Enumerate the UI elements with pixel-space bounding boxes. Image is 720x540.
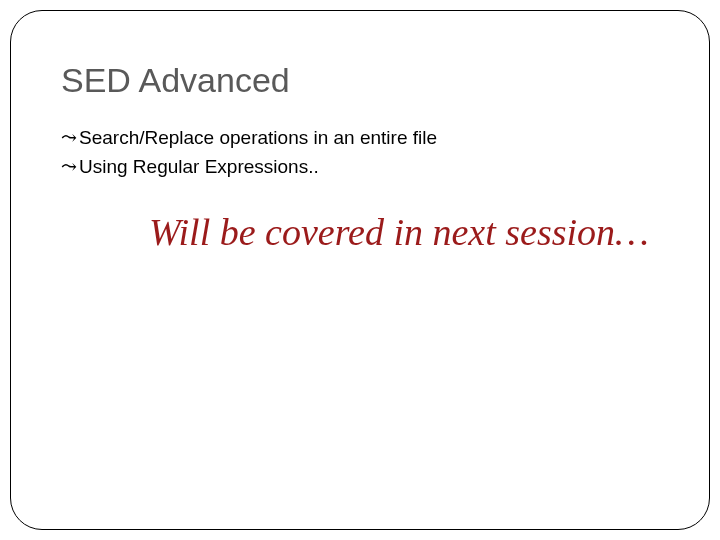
- bullet-list: ⤳ Search/Replace operations in an entire…: [61, 124, 659, 181]
- list-item: ⤳ Using Regular Expressions..: [61, 153, 659, 182]
- bullet-text: Search/Replace operations in an entire f…: [79, 124, 437, 153]
- slide-frame: SED Advanced ⤳ Search/Replace operations…: [10, 10, 710, 530]
- bullet-text: Using Regular Expressions..: [79, 153, 319, 182]
- slide-subtitle: Will be covered in next session…: [61, 209, 659, 257]
- list-item: ⤳ Search/Replace operations in an entire…: [61, 124, 659, 153]
- bullet-icon: ⤳: [61, 153, 77, 182]
- slide-title: SED Advanced: [61, 61, 659, 100]
- bullet-icon: ⤳: [61, 124, 77, 153]
